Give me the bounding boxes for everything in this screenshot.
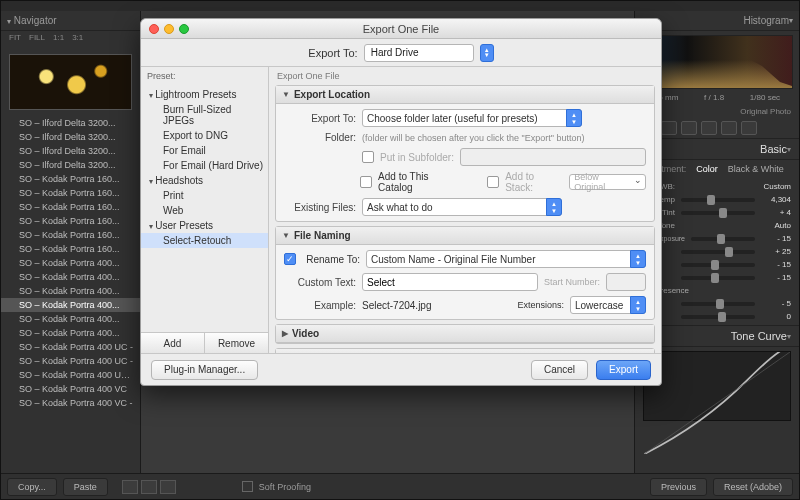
highlights-slider[interactable] bbox=[681, 263, 755, 267]
subfolder-input[interactable] bbox=[460, 148, 646, 166]
clarity-slider[interactable] bbox=[681, 302, 755, 306]
preset-item[interactable]: Print bbox=[141, 188, 268, 203]
existing-files-select[interactable]: Ask what to do ▲▼ bbox=[362, 198, 562, 216]
minimize-icon[interactable] bbox=[164, 24, 174, 34]
add-preset-button[interactable]: Add bbox=[141, 333, 205, 353]
temp-value[interactable]: 4,304 bbox=[761, 195, 791, 204]
preset-group[interactable]: Headshots bbox=[141, 173, 268, 188]
exposure-slider[interactable] bbox=[691, 237, 755, 241]
tint-value[interactable]: + 4 bbox=[761, 208, 791, 217]
collection-item[interactable]: SO – Kodak Portra 400... bbox=[1, 298, 140, 312]
shadows-slider[interactable] bbox=[681, 276, 755, 280]
contrast-slider[interactable] bbox=[681, 250, 755, 254]
collections-list[interactable]: SO – Ilford Delta 3200...SO – Ilford Del… bbox=[1, 116, 140, 473]
collection-item[interactable]: SO – Ilford Delta 3200... bbox=[1, 116, 140, 130]
treatment-bw[interactable]: Black & White bbox=[728, 164, 784, 174]
collection-item[interactable]: SO – Kodak Portra 160... bbox=[1, 200, 140, 214]
collection-item[interactable]: SO – Ilford Delta 3200... bbox=[1, 130, 140, 144]
navigator-thumbnail[interactable] bbox=[9, 54, 132, 110]
shadows-value[interactable]: - 15 bbox=[761, 273, 791, 282]
loc-export-to-select[interactable]: Choose folder later (useful for presets)… bbox=[362, 109, 582, 127]
treatment-color[interactable]: Color bbox=[696, 164, 718, 174]
saturation-slider[interactable] bbox=[681, 315, 755, 319]
rename-template-select[interactable]: Custom Name - Original File Number ▲▼ bbox=[366, 250, 646, 268]
clarity-value[interactable]: - 5 bbox=[761, 299, 791, 308]
previous-button[interactable]: Previous bbox=[650, 478, 707, 496]
zoom-3to1[interactable]: 3:1 bbox=[72, 33, 83, 42]
start-number-input[interactable] bbox=[606, 273, 646, 291]
highlights-value[interactable]: - 15 bbox=[761, 260, 791, 269]
collection-item[interactable]: SO – Kodak Portra 400 UC ++ bbox=[1, 368, 140, 382]
collection-item[interactable]: SO – Ilford Delta 3200... bbox=[1, 144, 140, 158]
brush-icon[interactable] bbox=[741, 121, 757, 135]
preset-item[interactable]: Select-Retouch bbox=[141, 233, 268, 248]
checkbox-icon[interactable] bbox=[242, 481, 253, 492]
preset-item[interactable]: For Email (Hard Drive) bbox=[141, 158, 268, 173]
histogram-graph[interactable] bbox=[641, 35, 793, 89]
preset-item[interactable]: Burn Full-Sized JPEGs bbox=[141, 102, 268, 128]
collection-item[interactable]: SO – Kodak Portra 160... bbox=[1, 172, 140, 186]
reset-button[interactable]: Reset (Adobe) bbox=[713, 478, 793, 496]
collection-item[interactable]: SO – Kodak Portra 400... bbox=[1, 312, 140, 326]
softproof-toggle[interactable]: Soft Proofing bbox=[242, 481, 311, 492]
collection-item[interactable]: SO – Kodak Portra 160... bbox=[1, 214, 140, 228]
collection-item[interactable]: SO – Kodak Portra 400... bbox=[1, 326, 140, 340]
export-button[interactable]: Export bbox=[596, 360, 651, 380]
gradient-icon[interactable] bbox=[701, 121, 717, 135]
rename-checkbox[interactable]: ✓ bbox=[284, 253, 296, 265]
wb-value[interactable]: Custom bbox=[745, 182, 791, 191]
preset-group[interactable]: Lightroom Presets bbox=[141, 87, 268, 102]
survey-icon[interactable] bbox=[160, 480, 176, 494]
preset-item[interactable]: Web bbox=[141, 203, 268, 218]
zoom-fill[interactable]: FILL bbox=[29, 33, 45, 42]
spot-icon[interactable] bbox=[661, 121, 677, 135]
subfolder-checkbox[interactable] bbox=[362, 151, 374, 163]
cancel-button[interactable]: Cancel bbox=[531, 360, 588, 380]
zoom-icon[interactable] bbox=[179, 24, 189, 34]
auto-button[interactable]: Auto bbox=[761, 221, 791, 230]
loupe-icon[interactable] bbox=[122, 480, 138, 494]
collection-item[interactable]: SO – Kodak Portra 160... bbox=[1, 228, 140, 242]
navigator-header[interactable]: ▾ Navigator bbox=[1, 11, 140, 31]
stack-position-select[interactable]: Below Original bbox=[569, 174, 646, 190]
copy-button[interactable]: Copy... bbox=[7, 478, 57, 496]
paste-button[interactable]: Paste bbox=[63, 478, 108, 496]
compare-icon[interactable] bbox=[141, 480, 157, 494]
preset-item[interactable]: For Email bbox=[141, 143, 268, 158]
tint-slider[interactable] bbox=[681, 211, 755, 215]
export-to-stepper-icon[interactable]: ▲▼ bbox=[480, 44, 494, 62]
titlebar[interactable]: Export One File bbox=[141, 19, 661, 39]
preset-tree[interactable]: Lightroom PresetsBurn Full-Sized JPEGsEx… bbox=[141, 85, 268, 332]
preset-group[interactable]: User Presets bbox=[141, 218, 268, 233]
custom-text-input[interactable] bbox=[362, 273, 538, 291]
preset-item[interactable]: Export to DNG bbox=[141, 128, 268, 143]
contrast-value[interactable]: + 25 bbox=[761, 247, 791, 256]
collection-item[interactable]: SO – Ilford Delta 3200... bbox=[1, 158, 140, 172]
section-header-file-naming[interactable]: ▼File Naming bbox=[276, 227, 654, 245]
collection-item[interactable]: SO – Kodak Portra 400... bbox=[1, 270, 140, 284]
collection-item[interactable]: SO – Kodak Portra 400 UC - bbox=[1, 354, 140, 368]
exposure-value[interactable]: - 15 bbox=[761, 234, 791, 243]
collection-item[interactable]: SO – Kodak Portra 400... bbox=[1, 284, 140, 298]
temp-slider[interactable] bbox=[681, 198, 755, 202]
remove-preset-button[interactable]: Remove bbox=[205, 333, 268, 353]
tonecurve-graph[interactable] bbox=[643, 351, 791, 421]
zoom-1to1[interactable]: 1:1 bbox=[53, 33, 64, 42]
section-header-video[interactable]: ▶Video bbox=[276, 325, 654, 343]
plugin-manager-button[interactable]: Plug-in Manager... bbox=[151, 360, 258, 380]
saturation-value[interactable]: 0 bbox=[761, 312, 791, 321]
radial-icon[interactable] bbox=[721, 121, 737, 135]
collection-item[interactable]: SO – Kodak Portra 400... bbox=[1, 256, 140, 270]
collection-item[interactable]: SO – Kodak Portra 400 VC bbox=[1, 382, 140, 396]
collection-item[interactable]: SO – Kodak Portra 400 UC - bbox=[1, 340, 140, 354]
export-to-select[interactable]: Hard Drive bbox=[364, 44, 474, 62]
collection-item[interactable]: SO – Kodak Portra 160... bbox=[1, 242, 140, 256]
zoom-fit[interactable]: FIT bbox=[9, 33, 21, 42]
section-header-export-location[interactable]: ▼Export Location bbox=[276, 86, 654, 104]
collection-item[interactable]: SO – Kodak Portra 400 VC - bbox=[1, 396, 140, 410]
redeye-icon[interactable] bbox=[681, 121, 697, 135]
close-icon[interactable] bbox=[149, 24, 159, 34]
extensions-select[interactable]: Lowercase ▲▼ bbox=[570, 296, 646, 314]
collection-item[interactable]: SO – Kodak Portra 160... bbox=[1, 186, 140, 200]
add-catalog-checkbox[interactable] bbox=[360, 176, 372, 188]
